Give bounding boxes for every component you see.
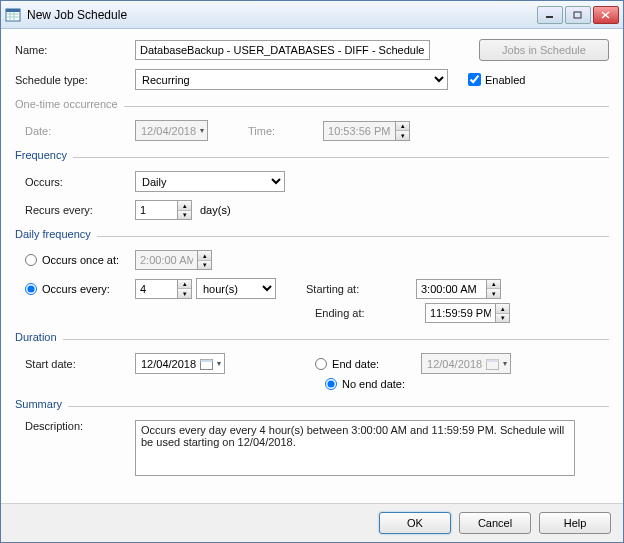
- divider: [73, 157, 609, 158]
- divider: [63, 339, 609, 340]
- svg-rect-1: [6, 9, 20, 12]
- window-controls: [537, 6, 619, 24]
- calendar-icon: [200, 358, 213, 370]
- help-button[interactable]: Help: [539, 512, 611, 534]
- one-time-date-label: Date:: [25, 125, 135, 137]
- recurs-every-spinner[interactable]: ▴▾: [135, 200, 192, 220]
- one-time-date-picker: 12/04/2018 ▾: [135, 120, 208, 141]
- minimize-button[interactable]: [537, 6, 563, 24]
- name-label: Name:: [15, 44, 135, 56]
- chevron-down-icon: ▾: [200, 126, 204, 135]
- end-date-picker: 12/04/2018 ▾: [421, 353, 511, 374]
- schedule-type-select[interactable]: Recurring: [135, 69, 448, 90]
- one-time-time-label: Time:: [248, 125, 298, 137]
- ending-at-spinner[interactable]: ▴▾: [425, 303, 510, 323]
- svg-rect-13: [487, 359, 499, 362]
- start-date-picker[interactable]: 12/04/2018 ▾: [135, 353, 225, 374]
- divider: [68, 406, 609, 407]
- enabled-checkbox[interactable]: Enabled: [468, 73, 525, 86]
- start-date-label: Start date:: [25, 358, 135, 370]
- dialog-footer: OK Cancel Help: [1, 503, 623, 542]
- description-textarea[interactable]: [135, 420, 575, 476]
- svg-rect-11: [201, 359, 213, 362]
- close-button[interactable]: [593, 6, 619, 24]
- ok-button[interactable]: OK: [379, 512, 451, 534]
- name-input[interactable]: [135, 40, 430, 60]
- frequency-section-label: Frequency: [15, 149, 67, 161]
- occurs-every-radio[interactable]: Occurs every:: [25, 283, 135, 295]
- summary-section-label: Summary: [15, 398, 62, 410]
- occurs-once-radio[interactable]: Occurs once at:: [25, 254, 135, 266]
- one-time-section-label: One-time occurrence: [15, 98, 118, 110]
- schedule-type-label: Schedule type:: [15, 74, 135, 86]
- starting-at-spinner[interactable]: ▴▾: [416, 279, 501, 299]
- maximize-button[interactable]: [565, 6, 591, 24]
- chevron-down-icon: ▾: [503, 359, 507, 368]
- no-end-date-radio[interactable]: No end date:: [325, 378, 405, 390]
- end-date-radio[interactable]: End date:: [315, 358, 421, 370]
- description-label: Description:: [25, 420, 135, 432]
- dialog-content: Name: Jobs in Schedule Schedule type: Re…: [1, 29, 623, 503]
- chevron-down-icon: ▾: [217, 359, 221, 368]
- enabled-checkbox-input[interactable]: [468, 73, 481, 86]
- window-title: New Job Schedule: [27, 8, 537, 22]
- recurs-every-label: Recurs every:: [25, 204, 135, 216]
- occurs-select[interactable]: Daily: [135, 171, 285, 192]
- divider: [97, 236, 609, 237]
- titlebar[interactable]: New Job Schedule: [1, 1, 623, 29]
- enabled-label: Enabled: [485, 74, 525, 86]
- days-suffix-label: day(s): [200, 204, 231, 216]
- cancel-button[interactable]: Cancel: [459, 512, 531, 534]
- jobs-in-schedule-button[interactable]: Jobs in Schedule: [479, 39, 609, 61]
- occurs-once-time-spinner: ▴▾: [135, 250, 212, 270]
- daily-frequency-section-label: Daily frequency: [15, 228, 91, 240]
- ending-at-label: Ending at:: [315, 307, 425, 319]
- duration-section-label: Duration: [15, 331, 57, 343]
- app-icon: [5, 7, 21, 23]
- one-time-time-spinner: ▴▾: [323, 121, 410, 141]
- divider: [124, 106, 609, 107]
- calendar-icon: [486, 358, 499, 370]
- dialog-window: New Job Schedule Name: Jobs in Schedule …: [0, 0, 624, 543]
- occurs-label: Occurs:: [25, 176, 135, 188]
- svg-rect-7: [574, 12, 581, 18]
- occurs-every-unit-select[interactable]: hour(s): [196, 278, 276, 299]
- starting-at-label: Starting at:: [306, 283, 416, 295]
- occurs-every-n-spinner[interactable]: ▴▾: [135, 279, 192, 299]
